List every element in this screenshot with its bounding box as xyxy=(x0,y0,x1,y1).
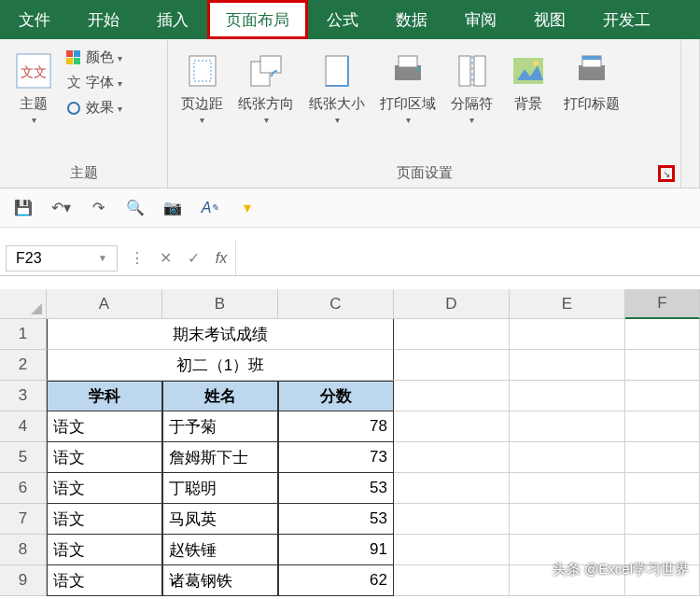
col-header-F[interactable]: F xyxy=(625,289,700,319)
tab-page-layout[interactable]: 页面布局 xyxy=(207,0,308,39)
cell[interactable]: 62 xyxy=(278,565,394,596)
formula-dots[interactable]: ⋮ xyxy=(123,249,151,267)
print-area-icon xyxy=(387,50,428,91)
tab-formulas[interactable]: 公式 xyxy=(308,0,377,39)
cell[interactable] xyxy=(510,473,625,504)
cell[interactable] xyxy=(625,442,700,473)
cell[interactable] xyxy=(510,411,625,442)
table-row: 2 初二（1）班 xyxy=(0,350,700,381)
print-titles-icon xyxy=(571,50,612,91)
redo-icon[interactable]: ↷ xyxy=(88,198,108,218)
row-header-1[interactable]: 1 xyxy=(0,319,47,350)
cancel-icon[interactable]: ✕ xyxy=(151,249,179,267)
tab-developer[interactable]: 开发工 xyxy=(584,0,669,39)
margins-button[interactable]: 页边距▾ xyxy=(174,47,231,129)
font-format-icon[interactable]: A✎ xyxy=(200,198,220,218)
tab-file[interactable]: 文件 xyxy=(0,0,69,39)
row-header-4[interactable]: 4 xyxy=(0,411,47,442)
cell[interactable]: 语文 xyxy=(47,473,162,504)
preview-icon[interactable]: 🔍 xyxy=(125,198,146,218)
cell[interactable] xyxy=(625,350,700,381)
col-header-D[interactable]: D xyxy=(394,289,510,319)
title-cell[interactable]: 期末考试成绩 xyxy=(47,319,394,350)
background-button[interactable]: 背景 xyxy=(500,47,556,117)
col-header-E[interactable]: E xyxy=(510,289,625,319)
cell[interactable]: 于予菊 xyxy=(162,411,278,442)
fx-icon[interactable]: fx xyxy=(207,250,235,267)
page-setup-launcher[interactable]: ↘ xyxy=(658,165,675,182)
cell[interactable] xyxy=(394,504,510,535)
cell[interactable] xyxy=(510,504,625,535)
tab-home[interactable]: 开始 xyxy=(69,0,138,39)
breaks-button[interactable]: 分隔符▾ xyxy=(443,47,500,129)
cell[interactable] xyxy=(625,473,700,504)
cell[interactable]: 语文 xyxy=(47,442,162,473)
svg-rect-5 xyxy=(74,58,80,64)
tab-view[interactable]: 视图 xyxy=(515,0,584,39)
effects-button[interactable]: 效果▾ xyxy=(62,97,126,118)
print-titles-button[interactable]: 打印标题 xyxy=(556,47,627,117)
row-header-8[interactable]: 8 xyxy=(0,535,47,565)
save-icon[interactable]: 💾 xyxy=(13,198,34,218)
select-all-button[interactable] xyxy=(0,289,47,319)
cell[interactable] xyxy=(394,350,510,381)
cell[interactable] xyxy=(625,504,700,535)
cell[interactable] xyxy=(394,473,510,504)
cell[interactable] xyxy=(510,350,625,381)
cell[interactable]: 詹姆斯下士 xyxy=(162,442,278,473)
cell[interactable] xyxy=(394,442,510,473)
row-header-9[interactable]: 9 xyxy=(0,565,47,596)
header-cell[interactable]: 分数 xyxy=(278,381,394,411)
camera-icon[interactable]: 📷 xyxy=(162,198,183,218)
fonts-button[interactable]: 文 字体▾ xyxy=(62,72,126,93)
cell[interactable] xyxy=(394,319,510,350)
subtitle-cell[interactable]: 初二（1）班 xyxy=(47,350,394,381)
cell[interactable] xyxy=(394,381,510,411)
cell[interactable] xyxy=(625,381,700,411)
cell[interactable]: 语文 xyxy=(47,411,162,442)
cell[interactable]: 语文 xyxy=(47,535,162,565)
name-box[interactable]: F23 ▼ xyxy=(6,245,118,272)
cell[interactable]: 53 xyxy=(278,473,394,504)
col-header-B[interactable]: B xyxy=(162,289,278,319)
cell[interactable]: 赵铁锤 xyxy=(162,535,278,565)
row-header-5[interactable]: 5 xyxy=(0,442,47,473)
colors-button[interactable]: 颜色▾ xyxy=(62,47,126,68)
row-header-7[interactable]: 7 xyxy=(0,504,47,535)
col-header-C[interactable]: C xyxy=(278,289,394,319)
cell[interactable] xyxy=(625,411,700,442)
tab-insert[interactable]: 插入 xyxy=(138,0,207,39)
cell[interactable]: 语文 xyxy=(47,504,162,535)
cell[interactable]: 语文 xyxy=(47,565,162,596)
highlight-icon[interactable]: ▾ xyxy=(237,198,258,218)
row-header-3[interactable]: 3 xyxy=(0,381,47,411)
col-header-A[interactable]: A xyxy=(47,289,162,319)
header-cell[interactable]: 姓名 xyxy=(162,381,278,411)
orientation-button[interactable]: 纸张方向▾ xyxy=(231,47,301,129)
cell[interactable]: 马凤英 xyxy=(162,504,278,535)
size-button[interactable]: 纸张大小▾ xyxy=(301,47,372,129)
formula-input[interactable] xyxy=(235,241,700,275)
cell[interactable]: 91 xyxy=(278,535,394,565)
row-header-6[interactable]: 6 xyxy=(0,473,47,504)
row-header-2[interactable]: 2 xyxy=(0,350,47,381)
cell[interactable]: 73 xyxy=(278,442,394,473)
cell[interactable] xyxy=(510,442,625,473)
cell[interactable]: 诸葛钢铁 xyxy=(162,565,278,596)
cell[interactable] xyxy=(394,411,510,442)
undo-icon[interactable]: ↶▾ xyxy=(50,198,71,218)
cell[interactable]: 78 xyxy=(278,411,394,442)
themes-button[interactable]: 文文 主题 ▾ xyxy=(6,47,62,129)
cell[interactable] xyxy=(394,535,510,565)
cell[interactable] xyxy=(625,319,700,350)
cell[interactable] xyxy=(394,565,510,596)
print-area-button[interactable]: 打印区域▾ xyxy=(372,47,443,129)
tab-review[interactable]: 审阅 xyxy=(446,0,515,39)
cell[interactable]: 丁聪明 xyxy=(162,473,278,504)
header-cell[interactable]: 学科 xyxy=(47,381,162,411)
cell[interactable] xyxy=(510,381,625,411)
cell[interactable]: 53 xyxy=(278,504,394,535)
enter-icon[interactable]: ✓ xyxy=(179,249,207,267)
cell[interactable] xyxy=(510,319,625,350)
tab-data[interactable]: 数据 xyxy=(377,0,446,39)
